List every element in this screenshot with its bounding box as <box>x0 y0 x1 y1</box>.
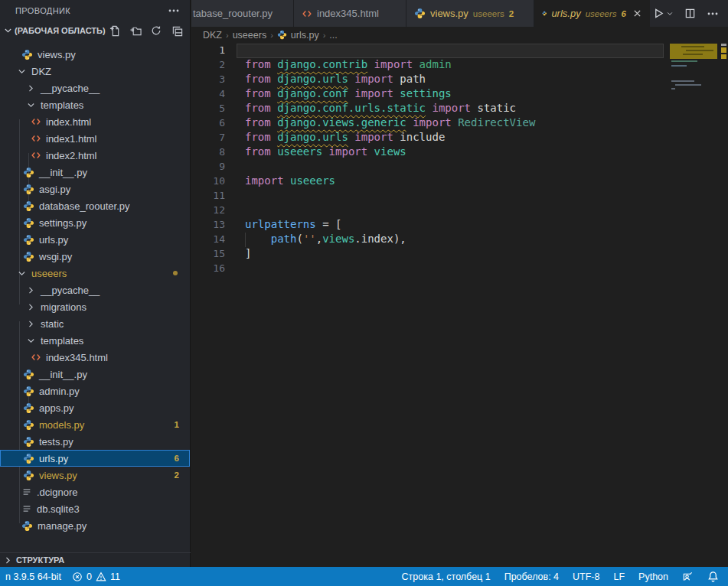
code-line: import useeers <box>225 174 335 188</box>
breadcrumb-item-dkz[interactable]: DKZ <box>203 30 222 41</box>
split-editor-button[interactable] <box>684 8 696 19</box>
tree-item-folder-templates-dkz[interactable]: templates <box>0 96 190 113</box>
problems-indicator[interactable]: 0 11 <box>67 567 126 586</box>
tree-item-index1-html[interactable]: index1.html <box>0 130 190 147</box>
ruler-warning-mark <box>721 54 726 59</box>
tab-database-roouter-py[interactable]: tabase_roouter.py <box>191 0 294 27</box>
collapse-folders-button[interactable] <box>170 24 184 37</box>
tab-index345-html[interactable]: index345.html <box>294 0 406 27</box>
chevron-right-icon <box>3 555 13 565</box>
html-icon <box>31 150 41 161</box>
minimap-line <box>671 65 687 67</box>
problems-badge: 2 <box>175 470 179 480</box>
editor-more-actions-button[interactable] <box>707 8 719 20</box>
tree-item-settings-py[interactable]: settings.py <box>0 214 190 231</box>
tree-item-urls-py-useeers-selected[interactable]: urls.py6 <box>0 450 190 467</box>
new-folder-button[interactable] <box>129 24 142 37</box>
chevron-down-icon <box>17 67 27 77</box>
chevron-right-icon <box>26 302 36 312</box>
editor-tab-bar: tabase_roouter.py index345.html views.py… <box>191 0 728 27</box>
tab-directory-hint: useeers <box>586 9 617 18</box>
tree-item-manage-py[interactable]: manage.py <box>0 517 190 534</box>
run-python-file-button[interactable] <box>653 8 674 19</box>
tab-views-py[interactable]: views.py useeers 2 <box>406 0 534 27</box>
line-number: 14 <box>191 232 225 246</box>
tree-item-init-py-dkz[interactable]: __init__.py <box>0 164 190 181</box>
minimap-line <box>671 80 694 82</box>
breadcrumb-item-useeers[interactable]: useeers <box>233 30 266 41</box>
minimap[interactable] <box>668 43 720 567</box>
ruler-warning-mark <box>721 47 726 53</box>
explorer-sidebar: ПРОВОДНИК (РАБОЧАЯ ОБЛАСТЬ) ... views.py… <box>0 0 191 567</box>
explorer-more-actions-button[interactable] <box>167 4 181 18</box>
code-line: from django.views.generic import Redirec… <box>225 116 535 130</box>
tree-item-admin-py[interactable]: admin.py <box>0 383 190 399</box>
code-editor[interactable]: 1 2from django.contrib import admin 3fro… <box>191 43 728 567</box>
tree-item-index2-html[interactable]: index2.html <box>0 147 190 164</box>
tree-item-folder-pycache-dkz[interactable]: __pycache__ <box>0 80 190 96</box>
tree-item-db-sqlite3[interactable]: db.sqlite3 <box>0 500 190 517</box>
chevron-down-icon <box>26 100 36 110</box>
line-number: 15 <box>191 246 225 261</box>
workspace-section-header[interactable]: (РАБОЧАЯ ОБЛАСТЬ) ... <box>0 21 190 40</box>
tree-item-dcignore[interactable]: .dcignore <box>0 483 190 500</box>
bell-icon <box>707 571 719 582</box>
code-line: from useeers import views <box>225 145 406 159</box>
minimap-line <box>683 54 703 55</box>
tree-item-folder-static[interactable]: static <box>0 315 190 332</box>
ruler-cursor-mark <box>721 44 726 46</box>
tree-item-views-py-root[interactable]: views.py <box>0 46 190 63</box>
tree-item-tests-py[interactable]: tests.py <box>0 433 190 450</box>
modified-dot-badge <box>173 271 178 275</box>
outline-section-header[interactable]: СТРУКТУРА <box>0 552 191 567</box>
tree-item-models-py[interactable]: models.py1 <box>0 416 190 433</box>
line-number: 12 <box>191 203 225 217</box>
tree-item-init-py-useeers[interactable]: __init__.py <box>0 366 190 383</box>
notifications-button[interactable] <box>700 567 728 586</box>
feedback-button[interactable] <box>675 567 700 586</box>
python-interpreter-indicator[interactable]: n 3.9.5 64-bit <box>0 567 67 586</box>
eol-indicator[interactable]: LF <box>606 567 632 586</box>
tree-item-asgi-py[interactable]: asgi.py <box>0 181 190 197</box>
language-mode-indicator[interactable]: Python <box>632 567 675 586</box>
tree-item-urls-py-dkz[interactable]: urls.py <box>0 231 190 248</box>
python-icon <box>23 453 34 464</box>
close-tab-button[interactable] <box>632 8 642 18</box>
tree-item-index-html[interactable]: index.html <box>0 113 190 130</box>
python-icon <box>23 470 34 481</box>
chevron-down-icon <box>26 336 36 346</box>
tab-problems-badge: 6 <box>622 9 626 18</box>
new-file-button[interactable] <box>108 24 122 37</box>
warning-icon <box>96 571 106 582</box>
tree-item-folder-dkz[interactable]: DKZ <box>0 63 190 80</box>
breadcrumb-separator: › <box>323 31 326 40</box>
tree-item-index345-html[interactable]: index345.html <box>0 349 190 366</box>
line-number: 9 <box>191 159 225 174</box>
encoding-indicator[interactable]: UTF-8 <box>566 567 606 586</box>
cursor-position-indicator[interactable]: Строка 1, столбец 1 <box>395 567 498 586</box>
python-icon <box>23 436 34 448</box>
breadcrumb-item-urls-py[interactable]: urls.py <box>291 30 319 41</box>
tree-item-folder-pycache-useeers[interactable]: __pycache__ <box>0 282 190 298</box>
tree-item-database-roouter-py[interactable]: database_roouter.py <box>0 197 190 214</box>
line-number: 6 <box>191 116 225 130</box>
minimap-line <box>675 84 701 86</box>
indentation-indicator[interactable]: Пробелов: 4 <box>498 567 566 586</box>
tab-label: index345.html <box>317 8 379 19</box>
tab-problems-badge: 2 <box>509 9 514 18</box>
tree-item-apps-py[interactable]: apps.py <box>0 399 190 416</box>
line-number: 11 <box>191 188 225 203</box>
breadcrumb-item-symbol[interactable]: ... <box>329 30 337 41</box>
tree-item-folder-migrations[interactable]: migrations <box>0 298 190 315</box>
python-icon <box>23 369 34 380</box>
refresh-explorer-button[interactable] <box>149 24 163 37</box>
line-number: 7 <box>191 130 225 145</box>
python-icon <box>414 8 426 19</box>
tab-urls-py-active[interactable]: urls.py useeers 6 <box>534 0 650 27</box>
tree-item-wsgi-py[interactable]: wsgi.py <box>0 248 190 265</box>
python-icon <box>23 167 34 178</box>
tree-item-views-py-useeers[interactable]: views.py2 <box>0 467 190 483</box>
breadcrumb-separator: › <box>226 31 229 40</box>
tree-item-folder-useeers[interactable]: useeers <box>0 265 190 282</box>
tree-item-folder-templates-useeers[interactable]: templates <box>0 332 190 349</box>
